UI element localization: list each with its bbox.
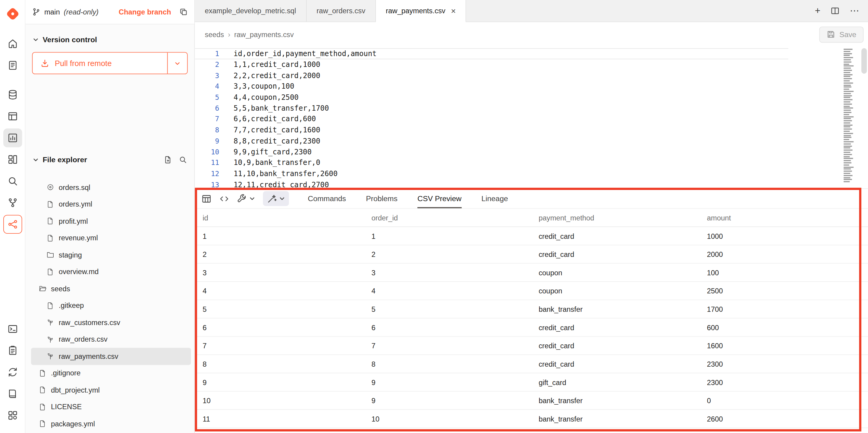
minimap-line (844, 78, 852, 79)
editor-line[interactable]: 21,1,credit_card,1000 (195, 59, 868, 70)
sync-icon[interactable] (3, 363, 22, 381)
panel-tab-csv-preview[interactable]: CSV Preview (417, 189, 461, 208)
editor-tab[interactable]: raw_payments.csv× (376, 0, 466, 22)
chevron-down-icon (249, 195, 255, 201)
build-tools-dropdown[interactable] (237, 194, 255, 204)
file-explorer-actions (164, 155, 187, 164)
minimap-line (844, 139, 849, 141)
table-cell: gift_card (531, 378, 699, 386)
clipboard-icon[interactable] (3, 341, 22, 360)
minimap-line (844, 87, 851, 88)
panel-tab-commands[interactable]: Commands (308, 189, 346, 208)
table-view-button[interactable] (202, 194, 212, 204)
split-editor-icon[interactable] (830, 6, 840, 16)
file-label: seeds (51, 285, 70, 293)
editor-line[interactable]: 1id,order_id,payment_method,amount (195, 48, 868, 59)
copy-icon[interactable] (179, 8, 188, 16)
panel-tab-problems[interactable]: Problems (366, 189, 398, 208)
file-item-overview.md[interactable]: overview.md (31, 263, 191, 280)
file-item-raw_customers.csv[interactable]: raw_customers.csv (31, 314, 191, 331)
file-label: revenue.yml (59, 234, 98, 242)
minimap[interactable] (844, 49, 858, 183)
editor-line[interactable]: 65,5,bank_transfer,1700 (195, 103, 868, 114)
editor-line[interactable]: 43,3,coupon,100 (195, 81, 868, 92)
search-icon[interactable] (179, 155, 187, 164)
book-icon[interactable] (3, 384, 22, 403)
close-tab-icon[interactable]: × (451, 7, 456, 15)
file-label: dbt_project.yml (51, 386, 100, 395)
line-text: 6,6,credit_card,600 (219, 115, 316, 123)
minimap-line (844, 112, 851, 113)
pull-options-dropdown[interactable] (167, 53, 187, 74)
file-item-.gitignore[interactable]: .gitignore (31, 365, 191, 381)
breadcrumb-separator: › (228, 30, 230, 38)
database-icon[interactable] (3, 85, 22, 104)
file-explorer-header[interactable]: File explorer (25, 151, 194, 169)
code-editor[interactable]: 1id,order_id,payment_method,amount21,1,c… (195, 47, 868, 188)
lineage-icon[interactable] (3, 215, 22, 234)
editor-line[interactable]: 1110,9,bank_transfer,0 (195, 157, 868, 168)
file-label: raw_customers.csv (59, 318, 120, 327)
table-cell: 2000 (699, 250, 868, 258)
table-cell: 100 (699, 268, 868, 277)
minimap-line (844, 175, 852, 176)
blocks-icon[interactable] (3, 150, 22, 169)
line-number: 11 (195, 158, 219, 167)
minimap-line (844, 101, 850, 103)
more-options-icon[interactable]: ⋯ (849, 6, 859, 16)
apps-icon[interactable] (3, 406, 22, 425)
editor-line[interactable]: 87,7,credit_card,1600 (195, 124, 868, 135)
file-item-orders.yml[interactable]: orders.yml (31, 196, 191, 212)
editor-line[interactable]: 54,4,coupon,2500 (195, 92, 868, 103)
minimap-line (844, 131, 849, 132)
file-item-packages.yml[interactable]: packages.yml (31, 415, 191, 432)
file-item-.gitkeep[interactable]: .gitkeep (31, 297, 191, 314)
editor-line[interactable]: 1211,10,bank_transfer,2600 (195, 168, 868, 179)
editor-tab[interactable]: example_develop_metric.sql (195, 0, 307, 22)
line-number: 8 (195, 126, 219, 134)
file-label: profit.yml (59, 217, 88, 226)
table-cell: coupon (531, 287, 699, 295)
table-header-cell: id (195, 213, 364, 222)
editor-line[interactable]: 109,9,gift_card,2300 (195, 146, 868, 157)
minimap-line (844, 143, 851, 144)
pull-from-remote-button[interactable]: Pull from remote (33, 53, 167, 74)
file-icon (39, 403, 47, 411)
editor-line[interactable]: 32,2,credit_card,2000 (195, 70, 868, 81)
terminal-icon[interactable] (3, 320, 22, 338)
file-item-dbt_project.yml[interactable]: dbt_project.yml (31, 382, 191, 399)
file-item-seeds[interactable]: seeds (31, 280, 191, 297)
git-fork-icon[interactable] (3, 193, 22, 212)
branch-mode: (read-only) (64, 8, 98, 16)
editor-tab[interactable]: raw_orders.csv (307, 0, 376, 22)
format-dropdown[interactable] (263, 191, 289, 206)
save-button[interactable]: Save (819, 26, 864, 42)
notebook-icon[interactable] (3, 56, 22, 75)
breadcrumb-item[interactable]: seeds (205, 30, 224, 38)
table-grid-icon[interactable] (3, 107, 22, 125)
editor-line[interactable]: 98,8,credit_card,2300 (195, 135, 868, 146)
search-code-icon[interactable] (3, 172, 22, 190)
file-item-LICENSE[interactable]: LICENSE (31, 399, 191, 415)
file-item-raw_payments.csv[interactable]: raw_payments.csv (31, 348, 191, 365)
panel-tab-lineage[interactable]: Lineage (481, 189, 508, 208)
file-item-orders.sql[interactable]: orders.sql (31, 179, 191, 196)
editor-line[interactable]: 76,6,credit_card,600 (195, 114, 868, 124)
pull-from-remote-label: Pull from remote (55, 59, 112, 67)
editor-line[interactable]: 1312,11,credit_card,2700 (195, 179, 868, 189)
new-file-icon[interactable] (164, 155, 173, 164)
file-item-profit.yml[interactable]: profit.yml (31, 212, 191, 229)
change-branch-link[interactable]: Change branch (119, 8, 171, 16)
code-view-button[interactable] (219, 194, 229, 204)
new-tab-icon[interactable]: + (815, 6, 820, 16)
file-item-staging[interactable]: staging (31, 247, 191, 263)
home-icon[interactable] (3, 34, 22, 53)
editor-pane: example_develop_metric.sqlraw_orders.csv… (195, 0, 868, 433)
chart-icon[interactable] (3, 128, 22, 147)
scrollbar-thumb[interactable] (861, 48, 867, 74)
version-control-header[interactable]: Version control (25, 31, 194, 48)
minimap-line (844, 89, 849, 90)
file-item-raw_orders.csv[interactable]: raw_orders.csv (31, 331, 191, 348)
minimap-line (844, 99, 852, 100)
file-item-revenue.yml[interactable]: revenue.yml (31, 229, 191, 247)
